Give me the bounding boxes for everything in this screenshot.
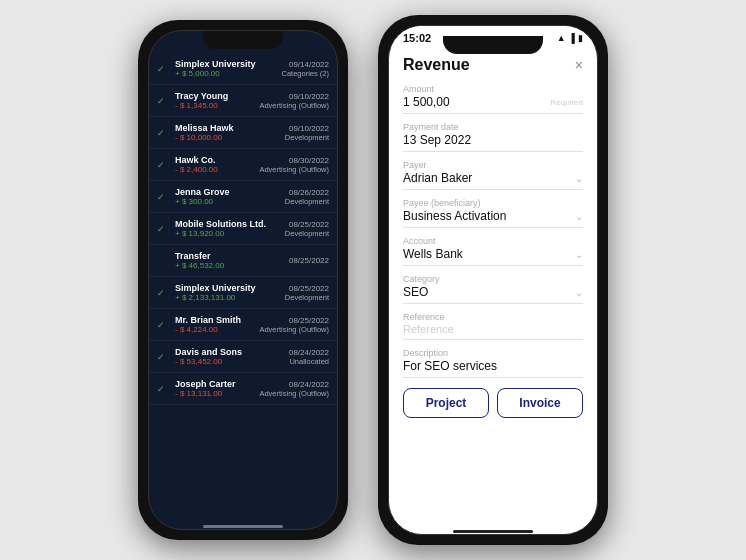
transaction-item[interactable]: ✓ Tracy Young - $ 1,345.00 09/10/2022 Ad…	[149, 85, 337, 117]
left-phone: ✓ Simplex University + $ 5,000.00 09/14/…	[138, 20, 348, 540]
transaction-category: Categories (2)	[281, 69, 329, 78]
transaction-name: Mr. Brian Smith	[175, 315, 259, 325]
field-label: Payee (beneficiary)	[403, 198, 583, 208]
check-icon: ✓	[157, 288, 171, 298]
transaction-main: Hawk Co. - $ 2,400.00	[175, 155, 259, 174]
transaction-item[interactable]: ✓ Simplex University + $ 2,133,131.00 08…	[149, 277, 337, 309]
transaction-item[interactable]: ✓ Simplex University + $ 5,000.00 09/14/…	[149, 53, 337, 85]
chevron-icon: ⌄	[575, 249, 583, 260]
transaction-amount: - $ 13,131.00	[175, 389, 259, 398]
transaction-meta: 08/26/2022 Development	[285, 188, 329, 206]
field-payer[interactable]: Payer Adrian Baker⌄	[403, 160, 583, 190]
field-reference: Reference Reference	[403, 312, 583, 340]
transaction-meta: 08/25/2022	[289, 256, 329, 265]
transaction-amount: + $ 13,920.00	[175, 229, 285, 238]
right-phone: 15:02 ▲ ▐ ▮ Revenue × Amount 1 500,00Req…	[378, 15, 608, 545]
transaction-date: 08/25/2022	[285, 220, 329, 229]
check-icon: ✓	[157, 160, 171, 170]
transaction-category: Advertising (Outflow)	[259, 389, 329, 398]
transaction-item[interactable]: ✓ Davis and Sons - $ 53,452.00 08/24/202…	[149, 341, 337, 373]
transaction-name: Simplex University	[175, 59, 281, 69]
project-button[interactable]: Project	[403, 388, 489, 418]
field-label: Category	[403, 274, 583, 284]
chevron-icon: ⌄	[575, 287, 583, 298]
right-notch	[443, 36, 543, 54]
transaction-item[interactable]: Transfer + $ 46,532.00 08/25/2022	[149, 245, 337, 277]
field-value: 13 Sep 2022	[403, 133, 583, 147]
revenue-title: Revenue	[403, 56, 470, 74]
field-payee-beneficiary[interactable]: Payee (beneficiary) Business Activation⌄	[403, 198, 583, 228]
chevron-icon: ⌄	[575, 173, 583, 184]
transaction-date: 08/24/2022	[259, 380, 329, 389]
transaction-item[interactable]: ✓ Melissa Hawk - $ 10,000.00 09/10/2022 …	[149, 117, 337, 149]
battery-icon: ▮	[578, 33, 583, 43]
transaction-amount: + $ 300.00	[175, 197, 285, 206]
transaction-name: Davis and Sons	[175, 347, 289, 357]
transaction-main: Melissa Hawk - $ 10,000.00	[175, 123, 285, 142]
field-description: Description For SEO services	[403, 348, 583, 378]
transaction-name: Simplex University	[175, 283, 285, 293]
transaction-item[interactable]: ✓ Mobile Solutions Ltd. + $ 13,920.00 08…	[149, 213, 337, 245]
chevron-icon: ⌄	[575, 211, 583, 222]
transaction-category: Development	[285, 229, 329, 238]
field-value: SEO⌄	[403, 285, 583, 299]
check-icon: ✓	[157, 192, 171, 202]
transaction-date: 08/24/2022	[289, 348, 329, 357]
close-button[interactable]: ×	[575, 57, 583, 73]
transaction-meta: 09/10/2022 Advertising (Outflow)	[259, 92, 329, 110]
invoice-button[interactable]: Invoice	[497, 388, 583, 418]
transaction-meta: 08/25/2022 Development	[285, 220, 329, 238]
field-label: Payment date	[403, 122, 583, 132]
transaction-category: Development	[285, 293, 329, 302]
transaction-amount: + $ 5,000.00	[175, 69, 281, 78]
home-indicator-right	[453, 530, 533, 533]
transaction-amount: - $ 1,345.00	[175, 101, 259, 110]
transaction-date: 09/10/2022	[259, 92, 329, 101]
revenue-header: Revenue ×	[403, 56, 583, 74]
signal-icon: ▐	[569, 33, 575, 43]
transaction-name: Hawk Co.	[175, 155, 259, 165]
transaction-main: Simplex University + $ 2,133,131.00	[175, 283, 285, 302]
transaction-category: Development	[285, 133, 329, 142]
transaction-list: ✓ Simplex University + $ 5,000.00 09/14/…	[149, 49, 337, 409]
transaction-meta: 08/25/2022 Development	[285, 284, 329, 302]
field-label: Account	[403, 236, 583, 246]
transaction-date: 08/30/2022	[259, 156, 329, 165]
field-label: Reference	[403, 312, 583, 322]
check-icon: ✓	[157, 384, 171, 394]
field-label: Amount	[403, 84, 583, 94]
field-payment-date: Payment date 13 Sep 2022	[403, 122, 583, 152]
field-account[interactable]: Account Wells Bank⌄	[403, 236, 583, 266]
transaction-main: Transfer + $ 46,532.00	[175, 251, 289, 270]
check-icon: ✓	[157, 128, 171, 138]
transaction-name: Jenna Grove	[175, 187, 285, 197]
transaction-category: Development	[285, 197, 329, 206]
transaction-date: 08/25/2022	[259, 316, 329, 325]
transaction-item[interactable]: ✓ Hawk Co. - $ 2,400.00 08/30/2022 Adver…	[149, 149, 337, 181]
transaction-main: Tracy Young - $ 1,345.00	[175, 91, 259, 110]
transaction-category: Advertising (Outflow)	[259, 165, 329, 174]
field-value: 1 500,00Required	[403, 95, 583, 109]
field-category[interactable]: Category SEO⌄	[403, 274, 583, 304]
status-icons: ▲ ▐ ▮	[557, 33, 583, 43]
field-value: Reference	[403, 323, 583, 335]
check-icon: ✓	[157, 320, 171, 330]
transaction-item[interactable]: ✓ Joseph Carter - $ 13,131.00 08/24/2022…	[149, 373, 337, 405]
button-row: ProjectInvoice	[403, 388, 583, 418]
transaction-main: Jenna Grove + $ 300.00	[175, 187, 285, 206]
transaction-item[interactable]: ✓ Mr. Brian Smith - $ 4,224.00 08/25/202…	[149, 309, 337, 341]
transaction-main: Mobile Solutions Ltd. + $ 13,920.00	[175, 219, 285, 238]
transaction-main: Simplex University + $ 5,000.00	[175, 59, 281, 78]
transaction-name: Mobile Solutions Ltd.	[175, 219, 285, 229]
field-label: Description	[403, 348, 583, 358]
transaction-main: Davis and Sons - $ 53,452.00	[175, 347, 289, 366]
check-icon: ✓	[157, 96, 171, 106]
check-icon: ✓	[157, 352, 171, 362]
left-notch	[203, 31, 283, 49]
check-icon: ✓	[157, 224, 171, 234]
transaction-meta: 08/24/2022 Unallocated	[289, 348, 329, 366]
transaction-amount: - $ 4,224.00	[175, 325, 259, 334]
transaction-item[interactable]: ✓ Jenna Grove + $ 300.00 08/26/2022 Deve…	[149, 181, 337, 213]
field-value: For SEO services	[403, 359, 583, 373]
transaction-name: Joseph Carter	[175, 379, 259, 389]
